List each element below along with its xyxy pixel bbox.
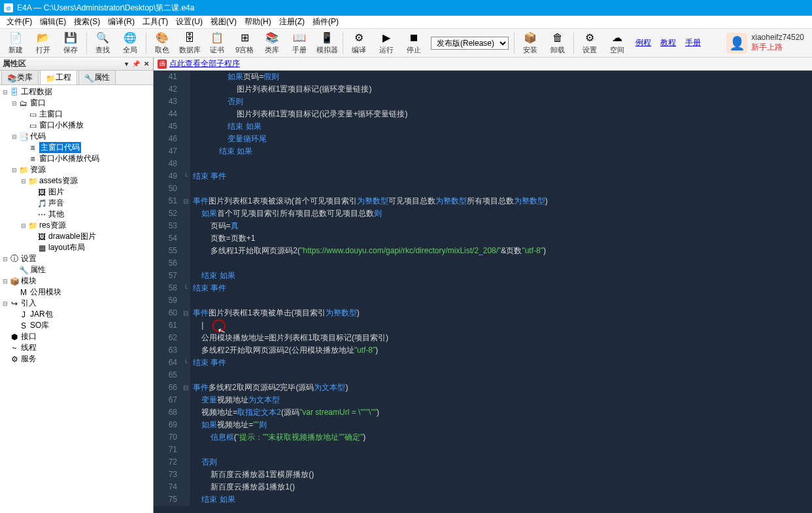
tree-node[interactable]: 🖼图片 [1,186,152,198]
toolbar-手册[interactable]: 📖手册 [286,30,313,56]
code-line[interactable]: 54 页数=页数+1 [154,232,812,245]
link-手册[interactable]: 手册 [681,37,705,48]
code-content[interactable]: 变量循环尾 [190,133,812,145]
tree-node[interactable]: ⊟📦模块 [1,275,152,287]
toolbar-类库[interactable]: 📚类库 [259,30,285,56]
code-line[interactable]: 42 图片列表框1置项目标记(循环变量链接) [154,83,812,96]
code-line[interactable]: 67 变量视频地址为文本型 [154,394,812,406]
code-content[interactable] [190,369,812,381]
toolbar-全局[interactable]: 🌐全局 [117,30,143,56]
toolbar-查找[interactable]: 🔍查找 [90,30,116,56]
code-content[interactable] [190,444,812,456]
code-content[interactable] [190,183,812,195]
code-content[interactable]: 多线程1开始取网页源码2("https://www.douyu.com/gapi… [190,245,812,257]
fold-icon[interactable] [181,369,190,381]
fold-icon[interactable] [181,444,190,456]
code-content[interactable]: 如果页码=假则 [190,71,812,83]
tree-node[interactable]: ⊟🗂窗口 [1,97,152,109]
fold-icon[interactable] [181,245,190,257]
panel-pin-icon[interactable]: 📌 [131,60,141,67]
code-line[interactable]: 63 多线程2开始取网页源码2(公用模块播放地址"utf-8") [154,344,812,357]
toolbar-卸载[interactable]: 🗑卸载 [545,30,571,56]
code-line[interactable]: 55 多线程1开始取网页源码2("https://www.douyu.com/g… [154,245,812,257]
code-line[interactable]: 58└结束 事件 [154,282,812,294]
code-content[interactable]: 图片列表框1置项目标记(记录变量+循环变量链接) [190,108,812,120]
code-content[interactable]: 事件图片列表框1表项被单击(项目索引为整数型) [190,307,812,319]
code-content[interactable]: 事件图片列表框1表项被滚动(首个可见项目索引为整数型可见项目总数为整数型所有项目… [190,195,812,207]
fold-icon[interactable]: └ [181,170,190,183]
panel-tab-属性[interactable]: 🔧属性 [78,70,116,84]
panel-tab-工程[interactable]: 📁工程 [40,70,77,84]
code-content[interactable]: 新百度云播放器1置横屏播放() [190,469,812,481]
code-content[interactable]: 图片列表框1置项目标记(循环变量链接) [190,83,812,96]
link-教程[interactable]: 教程 [656,37,680,48]
menu-item[interactable]: 注册(Z) [275,15,309,29]
fold-icon[interactable] [181,319,190,332]
toolbar-设置[interactable]: ⚙设置 [577,30,603,56]
menu-item[interactable]: 视图(V) [207,15,241,29]
toolbar-取色[interactable]: 🎨取色 [149,30,175,56]
tree-node[interactable]: ⊟📁assets资源 [1,175,152,186]
code-line[interactable]: 50 [154,183,812,195]
view-all-subroutines-link[interactable]: 点此查看全部子程序 [169,58,240,69]
fold-icon[interactable] [181,394,190,406]
tree-node[interactable]: 🔧属性 [1,264,152,275]
code-line[interactable]: 64└结束 事件 [154,357,812,369]
release-combo[interactable]: 发布版(Release) [431,37,509,50]
tree-node[interactable]: 🎵声音 [1,198,152,209]
fold-icon[interactable] [181,83,190,96]
code-content[interactable] [190,257,812,270]
tree-node[interactable]: ⊟📑代码 [1,131,152,142]
menu-item[interactable]: 编译(R) [104,15,139,29]
fold-icon[interactable] [181,207,190,220]
code-content[interactable]: 页数=页数+1 [190,232,812,245]
code-content[interactable]: 如果首个可见项目索引所有项目总数可见项目总数则 [190,207,812,220]
code-content[interactable]: 结束 事件 [190,357,812,369]
code-line[interactable]: 46 变量循环尾 [154,133,812,145]
code-content[interactable]: 结束 如果 [190,270,812,282]
fold-icon[interactable] [181,220,190,232]
fold-icon[interactable] [181,294,190,307]
code-content[interactable]: 事件多线程2取网页源码2完毕(源码为文本型) [190,381,812,394]
fold-icon[interactable] [181,71,190,83]
tree-node[interactable]: JJAR包 [1,309,152,320]
tree-node[interactable]: ⊟🗄工程数据 [1,86,152,97]
link-例程[interactable]: 例程 [632,37,655,48]
code-content[interactable]: 如果视频地址=""则 [190,419,812,431]
fold-icon[interactable] [181,133,190,145]
fold-icon[interactable]: ⊟ [181,195,190,207]
code-line[interactable]: 66⊟事件多线程2取网页源码2完毕(源码为文本型) [154,381,812,394]
fold-icon[interactable]: └ [181,357,190,369]
tree-toggle-icon[interactable]: ⊟ [1,278,9,285]
menu-item[interactable]: 帮助(H) [241,15,275,29]
fold-icon[interactable] [181,158,190,170]
fold-icon[interactable]: ⊟ [181,381,190,394]
code-line[interactable]: 44 图片列表框1置项目标记(记录变量+循环变量链接) [154,108,812,120]
toolbar-证书[interactable]: 📋证书 [204,30,230,56]
code-line[interactable]: 74 新百度云播放器1播放1() [154,481,812,493]
code-content[interactable]: 否则 [190,456,812,469]
toolbar-停止[interactable]: ⏹停止 [401,30,427,56]
code-line[interactable]: 41 如果页码=假则 [154,71,812,83]
fold-icon[interactable] [181,481,190,493]
code-content[interactable]: 结束 如果 [190,120,812,133]
fold-icon[interactable] [181,232,190,245]
project-tree[interactable]: ⊟🗄工程数据⊟🗂窗口▭主窗口▭窗口小K播放⊟📑代码≡主窗口代码≡窗口小K播放代码… [0,85,153,513]
fold-icon[interactable] [181,120,190,133]
toolbar-安装[interactable]: 📦安装 [517,30,543,56]
menu-item[interactable]: 文件(F) [3,15,36,29]
code-line[interactable]: 73 新百度云播放器1置横屏播放() [154,469,812,481]
fold-icon[interactable] [181,419,190,431]
tree-toggle-icon[interactable]: ⊟ [1,89,9,96]
code-content[interactable]: | [190,319,812,332]
code-line[interactable]: 43 否则 [154,96,812,108]
fold-icon[interactable] [181,344,190,357]
code-line[interactable]: 69 如果视频地址=""则 [154,419,812,431]
fold-icon[interactable] [181,431,190,444]
menu-item[interactable]: 编辑(E) [36,15,70,29]
tree-node[interactable]: ~线程 [1,342,152,353]
tree-node[interactable]: ≡窗口小K播放代码 [1,153,152,164]
panel-close-icon[interactable]: ✕ [143,60,150,67]
panel-dropdown-icon[interactable]: ▾ [124,60,129,67]
fold-icon[interactable] [181,145,190,158]
